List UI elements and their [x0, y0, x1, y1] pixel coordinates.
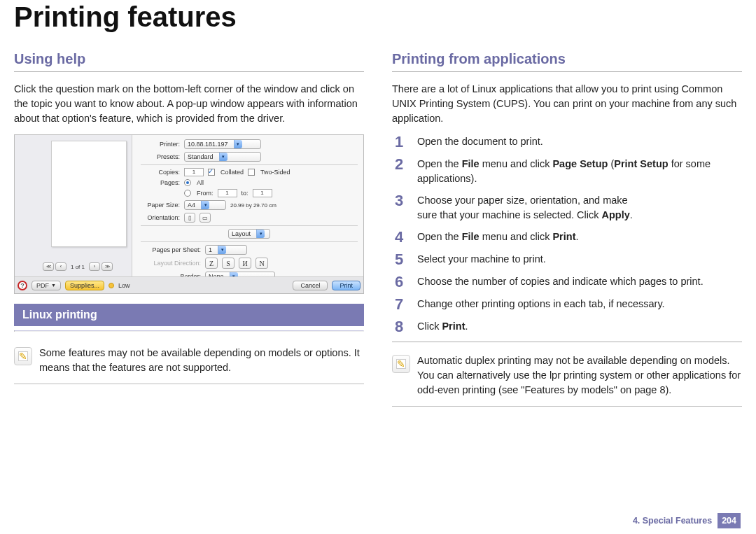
printing-from-applications-paragraph: There are a lot of Linux applications th… [392, 82, 742, 126]
presets-value: Standard [188, 153, 214, 160]
page-title: Printing features [14, 0, 742, 33]
two-sided-label: Two-Sided [260, 169, 290, 176]
pages-per-sheet-label: Pages per Sheet: [141, 246, 201, 253]
pages-range-radio[interactable] [184, 190, 191, 197]
linux-printing-heading: Linux printing [14, 304, 364, 326]
paper-size-dimensions: 20.99 by 29.70 cm [230, 202, 276, 209]
collated-label: Collated [220, 169, 244, 176]
note-icon [14, 347, 32, 365]
step-number: 8 [392, 319, 406, 335]
pages-to-label: to: [241, 190, 248, 197]
step-number: 1 [392, 134, 406, 150]
pager-next-icon[interactable]: › [89, 262, 100, 271]
divider [392, 342, 742, 342]
presets-label: Presets: [141, 153, 180, 160]
copies-label: Copies: [141, 169, 180, 176]
presets-select[interactable]: Standard▾ [184, 152, 261, 162]
pages-all-label: All [197, 179, 204, 186]
print-dialog-screenshot: ≪ ‹ 1 of 1 › ≫ Printer: 10.88.181.197▾ [14, 134, 364, 294]
supplies-button[interactable]: Supplies... [65, 281, 104, 290]
two-sided-checkbox[interactable] [248, 169, 255, 176]
pages-from-input[interactable]: 1 [218, 189, 237, 197]
pages-per-sheet-value: 1 [209, 246, 212, 253]
layout-direction-icon[interactable]: И [239, 258, 251, 269]
pages-all-radio[interactable] [184, 179, 191, 186]
step-text: Open the File menu and click Print. [417, 230, 742, 244]
note-block: Some features may not be available depen… [14, 344, 364, 384]
note-text: Automatic duplex printing may not be ava… [417, 353, 742, 398]
pages-from-label: From: [197, 190, 214, 197]
step-number: 2 [392, 157, 406, 172]
print-button[interactable]: Print [332, 281, 360, 290]
copies-input[interactable]: 1 [184, 168, 204, 176]
pager-last-icon[interactable]: ≫ [102, 262, 113, 271]
printer-value: 10.88.181.197 [188, 141, 228, 148]
footer-chapter: 4. Special Features [633, 516, 712, 526]
preview-pager: ≪ ‹ 1 of 1 › ≫ [43, 262, 113, 271]
step-number: 6 [392, 274, 406, 290]
step-text: Change other printing options in each ta… [417, 297, 742, 311]
low-supply-icon [108, 283, 114, 288]
section-select[interactable]: Layout▾ [228, 229, 270, 239]
step-number: 7 [392, 297, 406, 312]
using-help-paragraph: Click the question mark on the bottom-le… [14, 82, 364, 126]
orientation-label: Orientation: [141, 214, 180, 221]
page-footer: 4. Special Features 204 [633, 513, 741, 528]
step-text: Choose your paper size, orientation, and… [417, 193, 742, 223]
divider [14, 330, 364, 332]
layout-direction-label: Layout Direction: [141, 260, 201, 267]
collated-checkbox[interactable] [208, 169, 215, 176]
divider [392, 71, 742, 72]
step-text: Click Print. [417, 319, 742, 334]
pager-first-icon[interactable]: ≪ [43, 262, 54, 271]
paper-size-label: Paper Size: [141, 202, 180, 209]
step-number: 5 [392, 252, 406, 267]
help-icon[interactable]: ? [18, 281, 27, 290]
layout-direction-icon[interactable]: N [255, 258, 268, 269]
printer-label: Printer: [141, 141, 180, 148]
step-text: Select your machine to print. [417, 252, 742, 267]
pages-per-sheet-select[interactable]: 1▾ [205, 245, 247, 255]
paper-size-value: A4 [188, 202, 195, 209]
chevron-down-icon: ▼ [51, 283, 56, 288]
step-text: Open the document to print. [417, 134, 742, 149]
section-select-value: Layout [232, 230, 251, 237]
printer-select[interactable]: 10.88.181.197▾ [184, 139, 261, 149]
steps-list: 1 Open the document to print. 2 Open the… [392, 134, 742, 335]
step-number: 3 [392, 193, 406, 209]
using-help-heading: Using help [14, 51, 364, 67]
pager-count: 1 of 1 [68, 264, 88, 270]
note-icon [392, 355, 410, 373]
step-text: Choose the number of copies and indicate… [417, 274, 742, 289]
pages-to-input[interactable]: 1 [253, 189, 272, 197]
footer-page-number: 204 [718, 513, 741, 528]
orientation-portrait-icon[interactable]: ▯ [184, 213, 195, 223]
note-text: Some features may not be available depen… [39, 346, 364, 375]
layout-direction-icon[interactable]: S [222, 258, 234, 269]
step-number: 4 [392, 230, 406, 245]
left-column: Using help Click the question mark on th… [14, 38, 364, 414]
divider [14, 71, 364, 72]
orientation-landscape-icon[interactable]: ▭ [200, 213, 211, 223]
pager-prev-icon[interactable]: ‹ [55, 262, 66, 271]
printing-from-applications-heading: Printing from applications [392, 51, 742, 67]
right-column: Printing from applications There are a l… [392, 38, 742, 414]
note-block: Automatic duplex printing may not be ava… [392, 352, 742, 407]
pages-label: Pages: [141, 179, 180, 186]
low-supply-label: Low [118, 282, 130, 289]
layout-direction-icon[interactable]: Z [205, 258, 218, 269]
page-preview [51, 141, 127, 247]
step-text: Open the File menu and click Page Setup … [417, 157, 742, 186]
paper-size-select[interactable]: A4▾ [184, 200, 226, 210]
cancel-button[interactable]: Cancel [293, 281, 328, 290]
pdf-button[interactable]: PDF ▼ [31, 281, 61, 290]
